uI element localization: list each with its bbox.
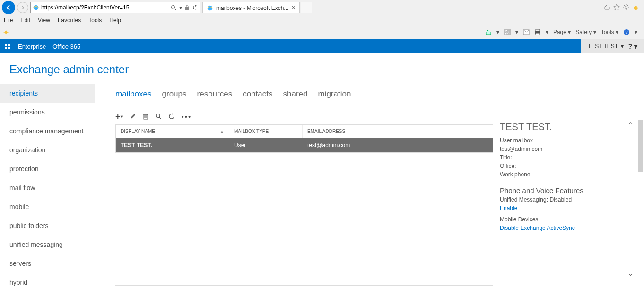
nav-unified-messaging[interactable]: unified messaging	[0, 235, 95, 254]
nav-hybrid[interactable]: hybrid	[0, 273, 95, 292]
tab-groups[interactable]: groups	[162, 89, 187, 99]
gear-icon[interactable]	[623, 4, 629, 10]
refresh-icon[interactable]	[192, 5, 198, 10]
ie-icon	[207, 5, 213, 11]
brand-office365[interactable]: Office 365	[52, 43, 80, 50]
o365-header: Enterprise Office 365 TEST TEST. ▾ ? ▾	[0, 39, 644, 53]
delete-button[interactable]	[143, 113, 148, 120]
scrollbar[interactable]	[638, 120, 643, 172]
menu-favorites[interactable]: Favorites	[58, 17, 81, 24]
url-input[interactable]	[41, 4, 169, 11]
menu-help[interactable]: Help	[109, 17, 121, 24]
pencil-icon	[130, 113, 136, 120]
svg-text:?: ?	[625, 30, 627, 35]
home-icon[interactable]	[604, 4, 610, 10]
scroll-up-icon[interactable]: ⌃	[627, 121, 634, 130]
col-display-name[interactable]: DISPLAY NAME ▲	[116, 125, 229, 138]
svg-point-1	[172, 6, 175, 9]
nav-recipients[interactable]: recipients	[0, 84, 95, 103]
svg-rect-11	[536, 33, 540, 35]
col-email-address[interactable]: EMAIL ADDRESS	[303, 125, 493, 138]
svg-rect-18	[8, 47, 10, 49]
dropdown-caret-icon[interactable]: ▾	[179, 4, 182, 11]
col-mailbox-type[interactable]: MAILBOX TYPE	[229, 125, 303, 138]
svg-point-5	[625, 6, 627, 9]
menu-tools[interactable]: Tools	[88, 17, 102, 24]
browser-tab[interactable]: mailboxes - Microsoft Exch... ✕	[202, 2, 300, 13]
tabs: mailboxes groups resources contacts shar…	[115, 84, 493, 108]
toolbar: +▾ •••	[115, 108, 493, 124]
command-bar: ▾ ▾ ▾ Page ▾ Safety ▾ Tools ▾ ?▾	[485, 29, 641, 35]
table-row[interactable]: TEST TEST. User test@admin.com	[116, 138, 493, 152]
caret-icon[interactable]: ▾	[496, 29, 499, 35]
search-icon[interactable]	[171, 5, 176, 10]
nav-public-folders[interactable]: public folders	[0, 216, 95, 235]
work-phone-label: Work phone:	[500, 171, 637, 178]
mail-icon[interactable]	[523, 29, 530, 35]
enable-um-link[interactable]: Enable	[500, 205, 517, 211]
print-icon[interactable]	[534, 29, 541, 35]
tab-shared[interactable]: shared	[283, 89, 307, 99]
cmd-page[interactable]: Page ▾	[553, 29, 571, 35]
tab-mailboxes[interactable]: mailboxes	[115, 89, 152, 99]
tab-title: mailboxes - Microsoft Exch...	[216, 5, 288, 11]
details-pane: ⌃ TEST TEST. User mailbox test@admin.com…	[493, 116, 644, 292]
um-status: Unified Messaging: Disabled	[500, 196, 637, 203]
user-menu[interactable]: TEST TEST. ▾	[588, 43, 624, 50]
smiley-icon[interactable]: ☻	[632, 4, 639, 11]
help-menu[interactable]: ? ▾	[628, 43, 637, 50]
nav-mobile[interactable]: mobile	[0, 197, 95, 216]
svg-rect-3	[185, 7, 189, 10]
favorites-star-icon[interactable]: ✦	[3, 28, 9, 37]
nav-servers[interactable]: servers	[0, 254, 95, 273]
cmd-tools[interactable]: Tools ▾	[601, 29, 618, 35]
nav-protection[interactable]: protection	[0, 159, 95, 178]
caret-icon[interactable]: ▾	[515, 29, 518, 35]
ie-icon	[33, 4, 39, 11]
nav-permissions[interactable]: permissions	[0, 103, 95, 122]
star-icon[interactable]	[613, 4, 620, 10]
brand-enterprise[interactable]: Enterprise	[18, 43, 46, 50]
edit-button[interactable]	[130, 113, 136, 120]
menu-view[interactable]: View	[38, 17, 50, 24]
svg-line-25	[159, 117, 161, 119]
more-button[interactable]: •••	[182, 113, 192, 121]
menu-edit[interactable]: Edit	[20, 17, 30, 24]
tab-migration[interactable]: migration	[318, 89, 351, 99]
cmd-safety[interactable]: Safety ▾	[575, 29, 596, 35]
forward-button[interactable]	[17, 2, 28, 13]
tab-resources[interactable]: resources	[197, 89, 233, 99]
nav-compliance[interactable]: compliance management	[0, 122, 95, 140]
phone-voice-heading: Phone and Voice Features	[500, 186, 637, 194]
svg-rect-6	[504, 29, 511, 35]
tab-contacts[interactable]: contacts	[243, 89, 272, 99]
cell-email: test@admin.com	[303, 138, 493, 152]
page-title: Exchange admin center	[0, 53, 644, 84]
caret-icon[interactable]: ▾	[546, 29, 548, 35]
home-icon[interactable]	[485, 29, 492, 35]
feeds-icon[interactable]	[504, 29, 511, 35]
search-icon	[155, 113, 162, 120]
svg-point-4	[208, 5, 213, 10]
title-label: Title:	[500, 154, 637, 161]
caret-icon[interactable]: ▾	[635, 29, 637, 35]
disable-activesync-link[interactable]: Disable Exchange ActiveSync	[500, 225, 575, 231]
address-bar[interactable]: ▾	[30, 2, 200, 13]
nav-mail-flow[interactable]: mail flow	[0, 178, 95, 197]
search-button[interactable]	[155, 113, 162, 120]
svg-rect-15	[5, 44, 7, 46]
svg-point-24	[156, 114, 160, 118]
close-tab-icon[interactable]: ✕	[291, 5, 296, 11]
new-tab-button[interactable]	[301, 2, 312, 13]
refresh-button[interactable]	[168, 113, 175, 120]
scroll-down-icon[interactable]: ⌄	[627, 269, 634, 278]
browser-chrome: ▾ mailboxes - Microsoft Exch... ✕ ☻ File…	[0, 0, 644, 39]
help-icon[interactable]: ?	[623, 29, 630, 35]
nav-organization[interactable]: organization	[0, 140, 95, 159]
lock-icon	[185, 5, 190, 10]
office-logo-icon[interactable]	[4, 43, 11, 50]
new-button[interactable]: +▾	[115, 112, 123, 122]
arrow-right-icon	[20, 5, 26, 10]
back-button[interactable]	[2, 1, 15, 14]
menu-file[interactable]: File	[4, 17, 13, 24]
